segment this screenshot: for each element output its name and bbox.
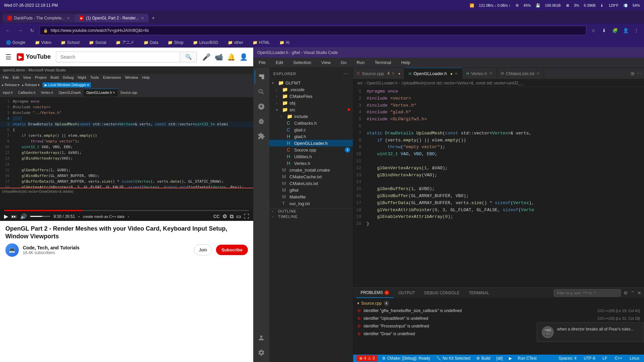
act-account-icon[interactable] xyxy=(255,331,268,345)
bookmark-html[interactable]: 📁 HTML xyxy=(251,40,272,46)
tree-glfwt[interactable]: M glfwt xyxy=(269,187,353,193)
play-button[interactable]: ▶ xyxy=(4,213,8,220)
tree-utilities-file[interactable]: H Utilities.h xyxy=(269,153,353,160)
channel-name[interactable]: Code, Tech, and Tutorials xyxy=(23,245,190,250)
tree-cmake-install[interactable]: M cmake_install.cmake xyxy=(269,167,353,173)
url-bar[interactable]: 🔒 https://www.youtube.com/watch?v=goHxJA… xyxy=(40,26,586,35)
editor-tab-source[interactable]: C Source.cpp 4 ✕ xyxy=(353,68,405,79)
tree-callbacks-file[interactable]: C Callbacks.h xyxy=(269,120,353,126)
panel-filter-icon[interactable]: ⚙ xyxy=(624,290,628,296)
source-tab-close[interactable]: ✕ xyxy=(391,71,395,76)
tree-source-file[interactable]: C Source.cpp 4 xyxy=(269,146,353,153)
subtitles-button[interactable]: CC xyxy=(213,214,220,219)
refresh-button[interactable]: ↻ xyxy=(28,26,37,35)
bookmark-linux[interactable]: 📁 Linux/BSD xyxy=(191,40,220,46)
channel-avatar[interactable]: 💻 xyxy=(5,243,19,257)
menu-icon[interactable]: ⋮ xyxy=(632,26,641,35)
explorer-more-icon[interactable]: ⋯ xyxy=(343,70,349,77)
next-chapter-icon[interactable]: › xyxy=(128,214,129,219)
tree-obj-folder[interactable]: › 📁 obj xyxy=(269,100,353,106)
status-spaces-item[interactable]: Spaces: 4 xyxy=(557,356,578,361)
forward-button[interactable]: → xyxy=(15,26,25,35)
video-play-btn[interactable]: ▶ Local Windows Debugger ▾ xyxy=(43,82,91,87)
menu-selection[interactable]: Selection xyxy=(290,59,314,66)
tree-cmake-files-folder[interactable]: › 📁 CMakeFiles xyxy=(269,93,353,100)
menu-view[interactable]: View xyxy=(319,59,333,66)
editor-tab-cmake[interactable]: M CMakeLists.txt ✕ xyxy=(497,68,544,79)
vertex-tab-close[interactable]: ✕ xyxy=(489,71,492,76)
breadcrumb-src[interactable]: src xyxy=(357,81,363,85)
panel-tab-terminal[interactable]: TERMINAL xyxy=(464,288,494,298)
fullscreen-button[interactable]: ⛶ xyxy=(244,214,249,220)
tree-timeline-header[interactable]: › TIMELINE xyxy=(269,214,353,219)
tab2-close-icon[interactable]: ✕ xyxy=(141,16,144,20)
menu-run[interactable]: Run xyxy=(354,59,367,66)
bookmark-ai[interactable]: 📁 AI xyxy=(277,40,291,46)
cmake-tab-close[interactable]: ✕ xyxy=(536,71,540,76)
youtube-search-button[interactable]: 🔍 xyxy=(180,52,197,62)
youtube-search-bar[interactable]: 🔍 xyxy=(56,52,197,62)
status-build-target-item[interactable]: [all] xyxy=(495,356,504,361)
menu-help[interactable]: Help xyxy=(398,59,413,66)
tree-outline-header[interactable]: › OUTLINE xyxy=(269,208,353,214)
yt-profile-icon[interactable]: 👤 xyxy=(239,53,248,61)
youtube-search-input[interactable] xyxy=(56,52,180,62)
editor-tab-vertex[interactable]: H Vertex.h ✕ xyxy=(462,68,497,79)
more-actions-icon[interactable]: ⋯ xyxy=(637,71,641,76)
bookmark-icon[interactable]: ☆ xyxy=(589,26,598,35)
tree-ourlog[interactable]: T our_log.txt xyxy=(269,200,353,207)
volume-button[interactable]: 🔊 xyxy=(20,213,27,220)
status-platform-item[interactable]: Linux xyxy=(628,356,641,361)
status-cmake-item[interactable]: ⚙ CMake: [Debug]: Ready xyxy=(381,356,431,361)
editor-tab-openglloader[interactable]: H OpenGLLoader.h ● ✕ xyxy=(405,68,462,79)
back-button[interactable]: ← xyxy=(3,26,13,35)
status-kit-item[interactable]: 🔧 No Kit Selected xyxy=(435,356,472,361)
panel-tab-output[interactable]: OUTPUT xyxy=(394,288,420,298)
status-errors-item[interactable]: ⊗ 4 ⚠ 0 xyxy=(357,355,377,361)
breadcrumb-func[interactable]: UploadMesh(const std::vector<Vertex>&, c… xyxy=(401,81,524,85)
video-progress-bar[interactable] xyxy=(4,210,249,211)
tree-cmakecache[interactable]: M CMakeCache.txt xyxy=(269,173,353,180)
panel-tab-problems[interactable]: PROBLEMS 4 xyxy=(356,288,394,298)
problems-source-collapse-icon[interactable]: ▾ xyxy=(357,301,359,306)
status-play-item[interactable]: ▶ xyxy=(507,356,513,361)
problems-filter-input[interactable] xyxy=(554,289,621,297)
status-lang-item[interactable]: C++ xyxy=(613,356,624,361)
extension-icon[interactable]: 🧩 xyxy=(610,26,619,35)
settings-button[interactable]: ⚙ xyxy=(222,213,227,220)
tree-project-root[interactable]: ▾ 📁 GLFWT xyxy=(269,79,353,86)
profile-icon[interactable]: 👤 xyxy=(621,26,630,35)
panel-collapse-icon[interactable]: ⌃ xyxy=(631,290,635,296)
act-extensions-icon[interactable] xyxy=(255,129,268,143)
miniplayer-button[interactable]: ⧉ xyxy=(230,214,233,220)
act-git-icon[interactable] xyxy=(255,100,268,113)
bookmark-social[interactable]: 📁 Social xyxy=(87,40,108,46)
tree-src-folder[interactable]: ▾ 📁 src xyxy=(269,106,353,113)
panel-tab-debug[interactable]: DEBUG CONSOLE xyxy=(420,288,464,298)
status-build-item[interactable]: ⚙ Build xyxy=(475,356,492,361)
status-encoding-item[interactable]: UTF-8 xyxy=(583,356,597,361)
act-explorer-icon[interactable] xyxy=(255,70,268,84)
yt-create-icon[interactable]: 📹 xyxy=(215,53,223,61)
act-debug-icon[interactable] xyxy=(255,115,268,128)
act-search-icon[interactable] xyxy=(255,85,268,99)
menu-file[interactable]: File xyxy=(256,59,268,66)
new-tab-button[interactable]: + xyxy=(149,13,158,23)
youtube-logo[interactable]: ▶ YouTube xyxy=(17,53,51,61)
breadcrumb-opengl[interactable]: OpenGLLoader.h xyxy=(367,81,397,85)
yt-bell-icon[interactable]: 🔔 xyxy=(227,53,235,61)
tree-makefile[interactable]: M Makefile xyxy=(269,193,353,200)
bookmark-google[interactable]: 🌐 Google xyxy=(4,40,28,46)
tree-openglloader-file[interactable]: H OpenGLLoader.h xyxy=(269,140,353,146)
yt-menu-icon[interactable]: ☰ xyxy=(5,53,11,61)
error-row-2[interactable]: ⊗ identifier "UploadMesh" is undefined C… xyxy=(353,314,644,322)
panel-close-icon[interactable]: ✕ xyxy=(637,290,641,296)
join-button[interactable]: Join xyxy=(194,244,212,255)
volume-slider[interactable] xyxy=(30,216,50,217)
status-ctest-item[interactable]: Run CTest xyxy=(517,356,538,361)
bookmark-anime[interactable]: 📁 アニメ xyxy=(114,39,136,46)
tree-gladc-file[interactable]: C glad.c xyxy=(269,126,353,133)
browser-tab-2[interactable]: ▶ (1) OpenGL Part 2 - Render... ✕ xyxy=(74,14,149,22)
tree-cmakelists[interactable]: M CMakeLists.txt xyxy=(269,180,353,187)
opengl-tab-close[interactable]: ✕ xyxy=(454,71,458,76)
